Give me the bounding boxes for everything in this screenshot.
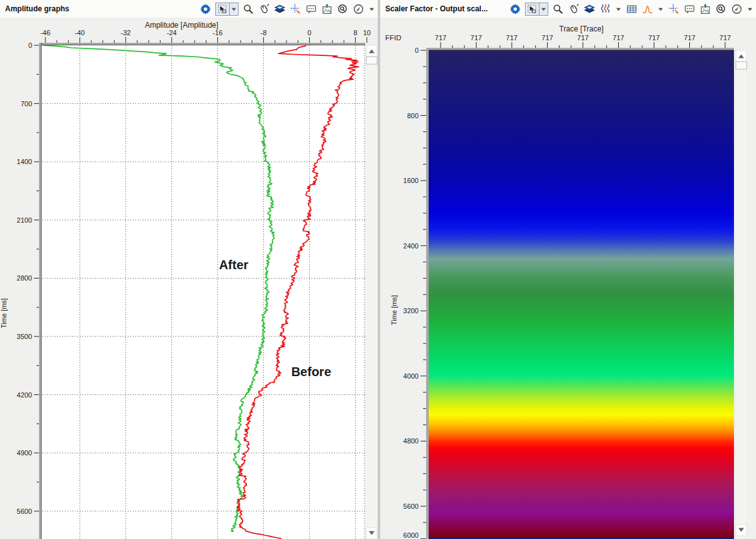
- x-tick-label: 717: [506, 34, 517, 42]
- x-tick-label: 10: [363, 29, 371, 36]
- x-tick-label: 717: [612, 34, 624, 42]
- gear-icon[interactable]: [200, 3, 212, 15]
- scaler-panel-toolbar: [509, 1, 753, 16]
- compass-icon[interactable]: [731, 3, 743, 15]
- panel-title: Amplitude graphs: [5, 4, 69, 13]
- y-axis-title: Time [ms]: [0, 298, 8, 328]
- select-cursor-button[interactable]: [525, 3, 548, 16]
- y-tick-label: 800: [407, 112, 419, 119]
- chevron-down-icon[interactable]: [230, 3, 239, 16]
- select-cursor-icon[interactable]: [215, 3, 230, 16]
- y-tick-label: 6000: [403, 531, 419, 539]
- chevron-down-icon[interactable]: [747, 3, 753, 15]
- wiggle-icon[interactable]: [599, 3, 611, 15]
- chevron-down-icon[interactable]: [368, 3, 375, 15]
- y-tick-label: 0: [28, 42, 32, 49]
- mouse-icon[interactable]: [568, 3, 580, 15]
- x-axis-title: Trace [Trace]: [559, 25, 603, 33]
- x-tick-label: 717: [541, 34, 553, 42]
- y-tick-label: 5600: [403, 503, 419, 510]
- corner-label-ffid: FFID: [385, 34, 402, 42]
- scaler-panel-header: Scaler Factor - Output scal...: [380, 0, 756, 18]
- x-tick-label: 0: [308, 29, 312, 36]
- x-tick-label: -40: [75, 29, 85, 36]
- mouse-icon[interactable]: [258, 3, 270, 15]
- select-cursor-icon[interactable]: [525, 3, 539, 16]
- vertical-scrollbar-track[interactable]: [736, 50, 747, 539]
- x-tick-label: -24: [167, 29, 177, 36]
- y-tick-label: 3200: [403, 307, 419, 314]
- y-tick-label: 2400: [403, 242, 419, 250]
- x-tick-label: -8: [261, 29, 267, 36]
- chevron-down-icon[interactable]: [539, 3, 548, 16]
- scaler-gradient-image[interactable]: [429, 50, 734, 539]
- magnifier-icon[interactable]: [552, 3, 564, 15]
- y-tick-label: 4800: [403, 437, 419, 445]
- layers-icon[interactable]: [274, 3, 286, 15]
- comment-icon[interactable]: [305, 3, 317, 15]
- y-tick-label: 4900: [17, 449, 32, 457]
- amplitude-chart[interactable]: Amplitude [Amplitude]-46-40-32-24-16-808…: [0, 18, 378, 539]
- x-tick-label: 717: [648, 34, 660, 42]
- scaler-factor-panel: Scaler Factor - Output scal... Trace [Tr…: [380, 0, 756, 539]
- table-grid-icon[interactable]: [626, 3, 638, 15]
- gear-icon[interactable]: [509, 3, 521, 15]
- y-tick-label: 3500: [17, 333, 32, 340]
- y-tick-label: 4000: [403, 372, 419, 380]
- plot-area[interactable]: [42, 45, 365, 539]
- x-tick-label: 717: [470, 34, 482, 42]
- scaler-heatmap[interactable]: Trace [Trace]FFID71771771771771771771771…: [380, 18, 756, 539]
- magnifier-icon[interactable]: [242, 3, 254, 15]
- y-axis-title: Time [ms]: [390, 295, 398, 325]
- annotation-after: After: [219, 258, 249, 272]
- move-crosshair-icon[interactable]: [668, 3, 680, 15]
- amplitude-panel-toolbar: [200, 1, 375, 16]
- amplitude-panel-header: Amplitude graphs: [0, 0, 378, 18]
- y-tick-label: 1600: [403, 177, 419, 184]
- export-image-icon[interactable]: [321, 3, 333, 15]
- y-tick-label: 1400: [17, 158, 32, 165]
- x-tick-label: -46: [40, 29, 50, 36]
- x-tick-label: 8: [353, 29, 357, 36]
- x-tick-label: 717: [684, 34, 695, 42]
- vertical-scrollbar-track[interactable]: [366, 45, 377, 539]
- histogram-icon[interactable]: [641, 3, 653, 15]
- x-tick-label: 717: [577, 34, 589, 42]
- y-tick-label: 2800: [17, 274, 32, 282]
- x-tick-label: -16: [213, 29, 223, 36]
- compass-icon[interactable]: [353, 3, 364, 15]
- y-tick-label: 2100: [17, 216, 32, 224]
- scrollbar-thumb[interactable]: [736, 62, 747, 69]
- chevron-down-icon[interactable]: [657, 3, 664, 15]
- zoom-actual-icon[interactable]: [715, 3, 727, 15]
- x-axis-title: Amplitude [Amplitude]: [145, 21, 218, 30]
- y-axis-bar: [426, 48, 429, 539]
- layers-icon[interactable]: [584, 3, 595, 15]
- move-crosshair-icon[interactable]: [290, 3, 302, 15]
- scrollbar-thumb[interactable]: [366, 57, 377, 64]
- y-tick-label: 700: [21, 100, 32, 108]
- panel-title: Scaler Factor - Output scal...: [385, 4, 488, 13]
- zoom-actual-icon[interactable]: [337, 3, 349, 15]
- comment-icon[interactable]: [684, 3, 696, 15]
- select-cursor-button[interactable]: [215, 3, 239, 16]
- app-window: { "left_panel": { "title": "Amplitude gr…: [0, 0, 756, 539]
- y-tick-label: 5600: [17, 508, 32, 515]
- export-image-icon[interactable]: [699, 3, 711, 15]
- x-tick-label: 717: [435, 34, 446, 42]
- amplitude-graphs-panel: Amplitude graphs Amplitude [Amplitude]-4…: [0, 0, 378, 539]
- y-tick-label: 0: [415, 47, 419, 54]
- x-tick-label: 717: [719, 34, 731, 42]
- x-tick-label: -32: [121, 29, 131, 36]
- chevron-down-icon[interactable]: [615, 3, 622, 15]
- y-tick-label: 4200: [17, 391, 32, 399]
- annotation-before: Before: [291, 365, 331, 379]
